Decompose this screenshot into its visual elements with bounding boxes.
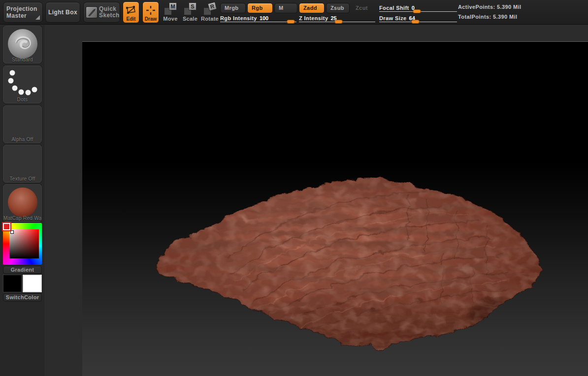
active-points-stat: ActivePoints: 5.390 Mil [458,4,521,10]
focal-shift-label: Focal Shift [379,5,409,11]
scale-mode-button[interactable]: S Scale [180,2,200,23]
draw-mode-button[interactable]: Draw [142,1,159,23]
slider-handle[interactable] [413,9,421,13]
move-icon: M [164,2,177,15]
draw-cursor-icon [145,5,157,16]
brush-name-label: Standard [3,57,41,63]
edit-mode-button[interactable]: Edit [123,1,139,23]
stroke-selector-dots[interactable]: Dots [3,65,42,103]
slider-track [379,22,457,22]
swirl-icon [8,29,37,59]
total-points-stat: TotalPoints: 5.390 Mil [458,14,517,20]
projection-master-button[interactable]: Projection Master [3,2,43,23]
zcut-mode-button: Zcut [351,3,375,13]
edit-label: Edit [127,16,136,23]
dots-stroke-icon [4,68,41,98]
material-name-label: MatCap Red Wa [3,216,41,221]
slider-handle[interactable] [334,20,343,24]
submenu-corner-icon [35,15,40,20]
m-mode-button[interactable]: M [274,3,297,13]
gradient-button[interactable]: Gradient [3,266,42,274]
brush-pen-icon [86,6,98,18]
alpha-name-label: Alpha Off [3,137,41,142]
rgb-intensity-label: Rgb Intensity [220,15,257,21]
draw-size-label: Draw Size [379,15,407,21]
color-cursor[interactable] [10,230,14,234]
slider-handle[interactable] [411,20,420,24]
rgb-mode-button[interactable]: Rgb [247,3,273,13]
rgb-intensity-slider[interactable]: Rgb Intensity100 [220,13,296,22]
rotate-label: Rotate [201,16,219,22]
quick-sketch-button[interactable]: Quick Sketch [83,2,120,23]
slider-handle[interactable] [287,20,295,24]
document-canvas[interactable] [82,41,588,376]
move-mode-button[interactable]: M Move [161,2,180,23]
move-label: Move [163,16,177,22]
light-box-label: Light Box [48,9,77,16]
edit-gizmo-icon [125,5,137,16]
texture-selector[interactable]: Texture Off [3,145,42,183]
zsub-mode-button[interactable]: Zsub [326,3,350,13]
focal-shift-slider[interactable]: Focal Shift0 [379,3,457,12]
draw-size-slider[interactable]: Draw Size64 [379,13,457,22]
top-shelf-toolbar: Projection Master Light Box Quick Sketch… [0,0,588,25]
rotate-icon: R [203,2,216,15]
saturation-value-box[interactable] [9,229,39,258]
stroke-name-label: Dots [3,97,41,102]
brush-selector-standard[interactable]: Standard [3,26,42,63]
zadd-mode-button[interactable]: Zadd [299,3,325,13]
main-color-swatch[interactable] [3,275,22,292]
color-gradient-picker[interactable] [3,223,42,265]
secondary-color-swatch[interactable] [23,275,42,292]
quick-sketch-label: Quick Sketch [99,6,120,19]
projection-master-label: Projection Master [6,5,39,19]
mrgb-mode-button[interactable]: Mrgb [220,3,246,13]
slider-track [379,11,457,12]
z-intensity-slider[interactable]: Z Intensity25 [299,13,375,22]
picked-color-swatch [3,223,10,230]
rotate-mode-button[interactable]: R Rotate [200,2,220,23]
slider-track [299,22,375,22]
switch-color-button[interactable]: SwitchColor [3,293,42,302]
draw-label: Draw [145,16,157,23]
texture-name-label: Texture Off [3,176,41,182]
light-box-button[interactable]: Light Box [45,2,80,23]
z-intensity-label: Z Intensity [299,15,328,21]
sculpt-model-3d[interactable] [82,42,588,376]
scale-label: Scale [183,16,197,22]
slider-track [220,22,296,22]
rgb-intensity-value: 100 [260,15,268,21]
left-tool-tray: Standard Dots Alpha Off Texture Off [0,25,44,376]
scale-icon: S [184,2,196,15]
zbrush-app-window: Projection Master Light Box Quick Sketch… [0,0,588,376]
material-selector-matcap-red-wax[interactable]: MatCap Red Wa [3,184,42,222]
alpha-selector[interactable]: Alpha Off [3,105,42,143]
red-matcap-sphere-icon [8,188,37,217]
